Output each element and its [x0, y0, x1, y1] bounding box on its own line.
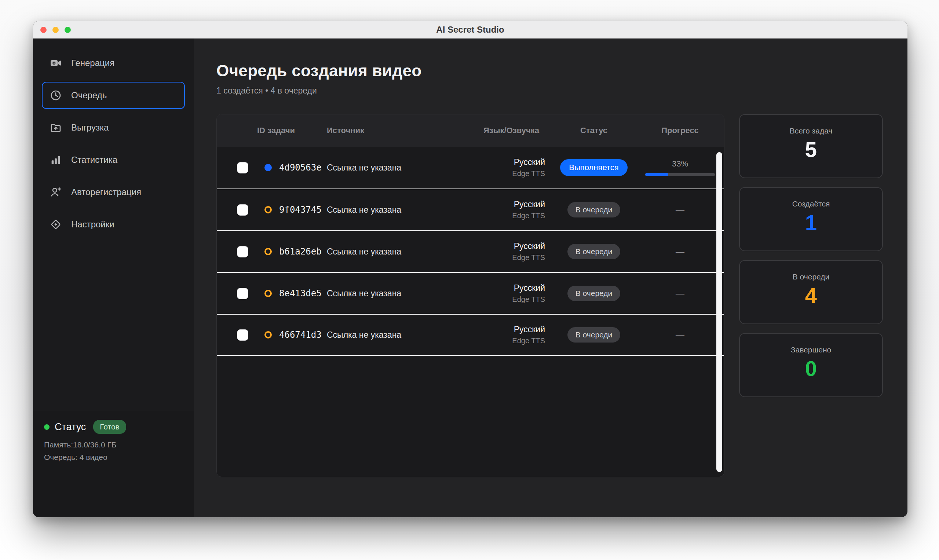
- status-badge: Готов: [93, 420, 126, 434]
- progress-empty: —: [676, 205, 685, 215]
- memory-info: Память:18.0/36.0 ГБ: [44, 440, 183, 449]
- task-id: 466741d3: [279, 330, 327, 340]
- task-voice: Edge TTS: [471, 212, 545, 220]
- clock-icon: [50, 89, 62, 101]
- stat-card: Создаётся 1: [739, 187, 883, 251]
- table-row[interactable]: 9f043745 Ссылка не указана Русский Edge …: [217, 189, 724, 230]
- task-status-badge: Выполняется: [560, 159, 627, 176]
- table-header: ID задачи Источник Язык/Озвучка Статус П…: [217, 114, 724, 147]
- task-source: Ссылка не указана: [327, 247, 471, 257]
- bar-chart-icon: [50, 154, 62, 166]
- task-source: Ссылка не указана: [327, 205, 471, 215]
- sidebar-item-выгрузка[interactable]: Выгрузка: [42, 114, 185, 141]
- close-button[interactable]: [40, 27, 46, 33]
- stat-card-label: Завершено: [740, 345, 882, 354]
- row-checkbox[interactable]: [237, 329, 248, 341]
- progress-empty: —: [676, 288, 685, 298]
- row-status-dot-icon: [265, 164, 272, 171]
- sidebar-item-label: Настройки: [71, 219, 114, 229]
- sidebar-item-label: Статистика: [71, 155, 117, 165]
- stats-panel: Всего задач 5 Создаётся 1 В очереди 4 За…: [739, 114, 883, 397]
- app-window: AI Secret Studio Генерация Очередь Выгру…: [33, 21, 907, 517]
- sidebar-item-генерация[interactable]: Генерация: [42, 49, 185, 77]
- sidebar: Генерация Очередь Выгрузка Статистика Ав…: [33, 38, 194, 517]
- task-status-badge: В очереди: [567, 286, 620, 301]
- row-checkbox[interactable]: [237, 162, 248, 174]
- sidebar-footer: Статус Готов Память:18.0/36.0 ГБ Очередь…: [33, 410, 194, 517]
- task-id: 8e413de5: [279, 288, 327, 298]
- column-header-lang: Язык/Озвучка: [471, 126, 552, 135]
- sidebar-item-label: Очередь: [71, 90, 107, 100]
- task-language: Русский: [471, 200, 545, 209]
- sidebar-item-статистика[interactable]: Статистика: [42, 146, 185, 174]
- task-language: Русский: [471, 157, 545, 167]
- row-checkbox[interactable]: [237, 246, 248, 257]
- user-plus-icon: [50, 186, 62, 198]
- zoom-button[interactable]: [65, 27, 71, 33]
- table-row[interactable]: b61a26eb Ссылка не указана Русский Edge …: [217, 230, 724, 272]
- row-checkbox[interactable]: [237, 204, 248, 215]
- task-id: b61a26eb: [279, 246, 327, 257]
- column-header-source: Источник: [327, 126, 471, 135]
- task-language: Русский: [471, 241, 545, 251]
- task-source: Ссылка не указана: [327, 289, 471, 298]
- main-content: Очередь создания видео 1 создаётся • 4 в…: [194, 38, 907, 517]
- task-id: 4d90563e: [279, 163, 327, 173]
- table-row[interactable]: 466741d3 Ссылка не указана Русский Edge …: [217, 314, 724, 356]
- task-progress: —: [636, 246, 724, 257]
- row-status-dot-icon: [265, 331, 272, 338]
- title-bar[interactable]: AI Secret Studio: [33, 21, 907, 38]
- progress-percent: 33%: [672, 159, 688, 169]
- video-camera-icon: [50, 57, 62, 69]
- task-voice: Edge TTS: [471, 254, 545, 262]
- sidebar-item-label: Генерация: [71, 58, 114, 68]
- task-language: Русский: [471, 283, 545, 293]
- stat-card-value: 0: [740, 358, 882, 379]
- task-voice: Edge TTS: [471, 337, 545, 345]
- table-row[interactable]: 4d90563e Ссылка не указана Русский Edge …: [217, 147, 724, 189]
- sidebar-item-настройки[interactable]: Настройки: [42, 211, 185, 238]
- task-status-badge: В очереди: [567, 202, 620, 217]
- stat-card-label: Создаётся: [740, 200, 882, 208]
- stat-card-label: Всего задач: [740, 126, 882, 135]
- sidebar-item-авторегистрация[interactable]: Авторегистрация: [42, 178, 185, 206]
- stat-card-value: 1: [740, 212, 882, 233]
- status-label: Статус: [55, 422, 86, 433]
- queue-table: ID задачи Источник Язык/Озвучка Статус П…: [216, 114, 724, 477]
- task-progress: 33%: [636, 159, 724, 176]
- page-title: Очередь создания видео: [216, 62, 907, 80]
- progress-bar: [645, 173, 715, 176]
- row-checkbox[interactable]: [237, 288, 248, 299]
- row-status-dot-icon: [265, 290, 272, 297]
- column-header-progress: Прогресс: [636, 126, 724, 135]
- task-language: Русский: [471, 325, 545, 334]
- row-status-dot-icon: [265, 248, 272, 255]
- page-subtitle: 1 создаётся • 4 в очереди: [216, 86, 907, 96]
- column-header-id: ID задачи: [257, 126, 327, 135]
- minimize-button[interactable]: [52, 27, 59, 33]
- stat-card-value: 4: [740, 285, 882, 306]
- task-status-badge: В очереди: [567, 244, 620, 259]
- task-progress: —: [636, 330, 724, 340]
- stat-card: Завершено 0: [739, 333, 883, 397]
- table-scrollbar[interactable]: [716, 152, 722, 472]
- window-title: AI Secret Studio: [436, 25, 504, 35]
- task-progress: —: [636, 288, 724, 298]
- sidebar-item-label: Авторегистрация: [71, 187, 141, 197]
- queue-info: Очередь: 4 видео: [44, 453, 183, 462]
- progress-empty: —: [676, 330, 685, 340]
- table-body: 4d90563e Ссылка не указана Русский Edge …: [217, 147, 724, 356]
- task-voice: Edge TTS: [471, 295, 545, 304]
- stat-card-value: 5: [740, 139, 882, 160]
- table-row[interactable]: 8e413de5 Ссылка не указана Русский Edge …: [217, 272, 724, 314]
- stat-card: В очереди 4: [739, 260, 883, 324]
- settings-icon: [50, 218, 62, 230]
- sidebar-item-очередь[interactable]: Очередь: [42, 82, 185, 109]
- row-status-dot-icon: [265, 206, 272, 214]
- status-ok-icon: [44, 424, 49, 430]
- progress-empty: —: [676, 246, 685, 257]
- folder-upload-icon: [50, 122, 62, 134]
- sidebar-item-label: Выгрузка: [71, 123, 109, 133]
- stat-card-label: В очереди: [740, 272, 882, 281]
- task-voice: Edge TTS: [471, 169, 545, 178]
